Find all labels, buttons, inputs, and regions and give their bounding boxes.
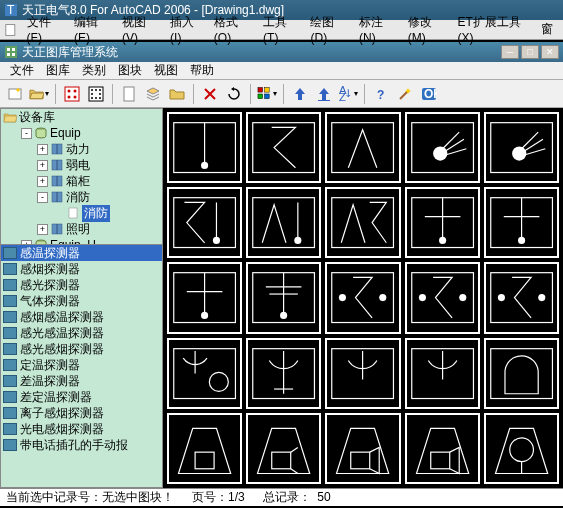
list-item[interactable]: 感温探测器 [1, 245, 162, 261]
main-area: 设备库 -Equip+动力+弱电+箱柜-消防消防+照明+Equip_U 感温探测… [0, 108, 563, 488]
delete-button[interactable] [199, 83, 221, 105]
tree-node[interactable]: +箱柜 [1, 173, 162, 189]
list-item[interactable]: 带电话插孔的手动报 [1, 437, 162, 453]
thumb-12[interactable] [246, 262, 321, 333]
thumb-3[interactable] [325, 112, 400, 183]
list-item[interactable]: 气体探测器 [1, 293, 162, 309]
thumb-2[interactable] [246, 112, 321, 183]
thumb-25[interactable] [484, 413, 559, 484]
lib-menu-library[interactable]: 图库 [46, 62, 70, 79]
svg-line-109 [291, 469, 298, 474]
thumb-14[interactable] [405, 262, 480, 333]
new-lib-button[interactable] [4, 83, 26, 105]
help-button[interactable]: ? [370, 83, 392, 105]
lib-menu-help[interactable]: 帮助 [190, 62, 214, 79]
ok-button[interactable]: OK [418, 83, 440, 105]
list-item[interactable]: 定温探测器 [1, 357, 162, 373]
menu-dimension[interactable]: 标注(N) [359, 14, 396, 45]
tree-node[interactable]: +Equip_U [1, 237, 162, 245]
dice1-button[interactable] [61, 83, 83, 105]
thumb-19[interactable] [405, 338, 480, 409]
app-icon: T [4, 3, 18, 17]
item-label: 感光感烟探测器 [20, 341, 104, 358]
dice2-button[interactable] [85, 83, 107, 105]
tree-pane[interactable]: 设备库 -Equip+动力+弱电+箱柜-消防消防+照明+Equip_U [0, 108, 163, 245]
tree-toggle-icon[interactable]: - [21, 128, 32, 139]
tree-node[interactable]: -消防 [1, 189, 162, 205]
grid-button[interactable]: ▾ [256, 83, 278, 105]
menu-file[interactable]: 文件(F) [27, 14, 62, 45]
tree-node[interactable]: +动力 [1, 141, 162, 157]
thumb-1[interactable] [167, 112, 242, 183]
list-item[interactable]: 感烟探测器 [1, 261, 162, 277]
thumb-24[interactable] [405, 413, 480, 484]
left-panel: 设备库 -Equip+动力+弱电+箱柜-消防消防+照明+Equip_U 感温探测… [0, 108, 163, 488]
up1-button[interactable] [289, 83, 311, 105]
thumb-15[interactable] [484, 262, 559, 333]
maximize-button[interactable]: □ [521, 45, 539, 59]
close-button[interactable]: ✕ [541, 45, 559, 59]
lib-menu-category[interactable]: 类别 [82, 62, 106, 79]
thumb-17[interactable] [246, 338, 321, 409]
thumb-23[interactable] [325, 413, 400, 484]
tree-toggle-icon[interactable]: + [37, 176, 48, 187]
tree-label: 消防 [82, 205, 110, 222]
thumb-9[interactable] [405, 187, 480, 258]
lib-menu-view[interactable]: 视图 [154, 62, 178, 79]
list-item[interactable]: 光电感烟探测器 [1, 421, 162, 437]
minimize-button[interactable]: ─ [501, 45, 519, 59]
tree-node[interactable]: -Equip [1, 125, 162, 141]
thumb-20[interactable] [484, 338, 559, 409]
sort-button[interactable]: AZ▾ [337, 83, 359, 105]
wand-button[interactable] [394, 83, 416, 105]
tree-toggle-icon[interactable]: - [37, 192, 48, 203]
menu-format[interactable]: 格式(O) [214, 14, 251, 45]
tree-node[interactable]: 消防 [1, 205, 162, 221]
folder2-button[interactable] [166, 83, 188, 105]
thumb-4[interactable] [405, 112, 480, 183]
menu-modify[interactable]: 修改(M) [408, 14, 446, 45]
lib-menu-block[interactable]: 图块 [118, 62, 142, 79]
folder-open-icon [3, 111, 17, 123]
menu-draw[interactable]: 绘图(D) [310, 14, 347, 45]
menu-view[interactable]: 视图(V) [122, 14, 158, 45]
thumb-8[interactable] [325, 187, 400, 258]
newdoc-button[interactable] [118, 83, 140, 105]
tree-toggle-icon[interactable]: + [37, 144, 48, 155]
thumb-11[interactable] [167, 262, 242, 333]
thumb-22[interactable] [246, 413, 321, 484]
thumb-7[interactable] [246, 187, 321, 258]
list-item[interactable]: 差温探测器 [1, 373, 162, 389]
thumb-13[interactable] [325, 262, 400, 333]
list-pane[interactable]: 感温探测器感烟探测器感光探测器气体探测器感烟感温探测器感光感温探测器感光感烟探测… [0, 245, 163, 488]
list-item[interactable]: 感光感温探测器 [1, 325, 162, 341]
tree-toggle-icon[interactable]: + [37, 224, 48, 235]
open-button[interactable]: ▾ [28, 83, 50, 105]
list-item[interactable]: 感光感烟探测器 [1, 341, 162, 357]
tree-root[interactable]: 设备库 [1, 109, 162, 125]
menu-et[interactable]: ET扩展工具(X) [458, 14, 529, 45]
list-item[interactable]: 离子感烟探测器 [1, 405, 162, 421]
list-item[interactable]: 感光探测器 [1, 277, 162, 293]
list-item[interactable]: 差定温探测器 [1, 389, 162, 405]
layer-button[interactable] [142, 83, 164, 105]
menu-window[interactable]: 窗 [541, 21, 553, 38]
tree-node[interactable]: +弱电 [1, 157, 162, 173]
thumb-5[interactable] [484, 112, 559, 183]
up2-button[interactable] [313, 83, 335, 105]
menu-tools[interactable]: 工具(T) [263, 14, 298, 45]
list-item[interactable]: 感烟感温探测器 [1, 309, 162, 325]
thumb-21[interactable] [167, 413, 242, 484]
thumb-6[interactable] [167, 187, 242, 258]
thumb-18[interactable] [325, 338, 400, 409]
rotate-button[interactable] [223, 83, 245, 105]
menu-insert[interactable]: 插入(I) [170, 14, 202, 45]
tree-toggle-icon[interactable]: + [37, 160, 48, 171]
item-icon [3, 247, 17, 259]
thumb-16[interactable] [167, 338, 242, 409]
svg-point-11 [74, 89, 77, 92]
menu-edit[interactable]: 编辑(E) [74, 14, 110, 45]
tree-node[interactable]: +照明 [1, 221, 162, 237]
lib-menu-file[interactable]: 文件 [10, 62, 34, 79]
thumb-10[interactable] [484, 187, 559, 258]
